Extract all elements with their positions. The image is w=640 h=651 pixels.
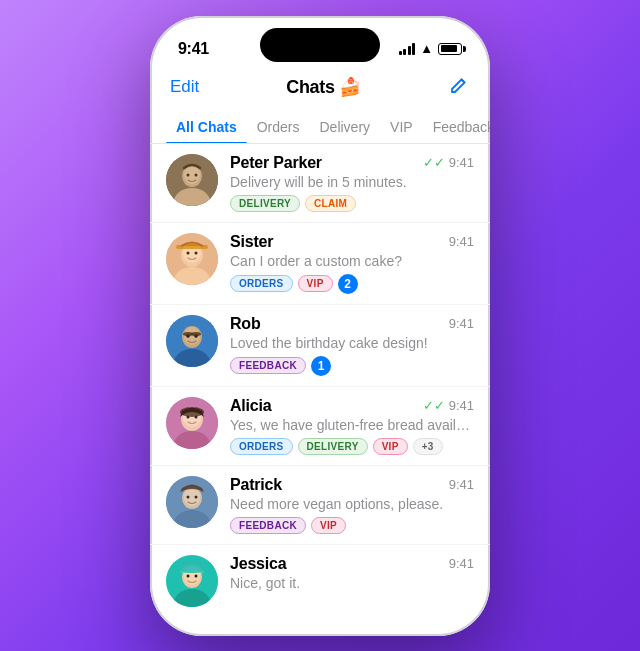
tag: DELIVERY: [230, 195, 300, 212]
chat-name: Rob: [230, 315, 261, 333]
svg-point-42: [179, 561, 205, 573]
chat-name: Jessica: [230, 555, 286, 573]
status-bar: 9:41 ▲: [150, 16, 490, 68]
list-item[interactable]: Patrick 9:41 Need more vegan options, pl…: [150, 466, 490, 545]
chat-time: 9:41: [449, 556, 474, 571]
chat-message: Yes, we have gluten-free bread available…: [230, 417, 474, 433]
chat-message: Loved the birthday cake design!: [230, 335, 474, 351]
status-time: 9:41: [178, 40, 209, 58]
svg-point-41: [195, 574, 198, 577]
header: Edit Chats 🍰: [150, 68, 490, 111]
avatar: [166, 397, 218, 449]
chat-content: Rob 9:41 Loved the birthday cake design!…: [230, 315, 474, 376]
tag: FEEDBACK: [230, 517, 306, 534]
avatar: [166, 233, 218, 285]
chat-time: 9:41: [449, 398, 474, 413]
read-check-icon: ✓✓: [423, 398, 445, 413]
avatar: [166, 315, 218, 367]
edit-button[interactable]: Edit: [170, 77, 199, 97]
chat-time: 9:41: [449, 155, 474, 170]
avatar: [166, 555, 218, 607]
compose-button[interactable]: [448, 74, 470, 101]
tab-vip[interactable]: VIP: [380, 111, 423, 143]
unread-badge: 2: [338, 274, 358, 294]
status-icons: ▲: [399, 41, 462, 56]
tab-orders[interactable]: Orders: [247, 111, 310, 143]
chat-message: Delivery will be in 5 minutes.: [230, 174, 474, 190]
wifi-icon: ▲: [420, 41, 433, 56]
dynamic-island: [260, 28, 380, 62]
tag: ORDERS: [230, 438, 293, 455]
chat-list: Peter Parker ✓✓ 9:41 Delivery will be in…: [150, 144, 490, 612]
tab-all-chats[interactable]: All Chats: [166, 111, 247, 143]
tags-row: FEEDBACK VIP: [230, 517, 474, 534]
tabs-container: All Chats Orders Delivery VIP Feedback: [150, 111, 490, 144]
list-item[interactable]: Alicia ✓✓ 9:41 Yes, we have gluten-free …: [150, 387, 490, 466]
list-item[interactable]: Peter Parker ✓✓ 9:41 Delivery will be in…: [150, 144, 490, 223]
svg-point-35: [195, 495, 198, 498]
tag: ORDERS: [230, 275, 293, 292]
svg-point-11: [195, 251, 198, 254]
svg-point-34: [187, 495, 190, 498]
tag: VIP: [298, 275, 333, 292]
chat-content: Jessica 9:41 Nice, got it.: [230, 555, 474, 596]
battery-icon: [438, 43, 462, 55]
tags-row: ORDERS DELIVERY VIP +3: [230, 438, 474, 455]
chat-content: Peter Parker ✓✓ 9:41 Delivery will be in…: [230, 154, 474, 212]
page-title: Chats 🍰: [286, 76, 361, 98]
avatar: [166, 154, 218, 206]
tag: DELIVERY: [298, 438, 368, 455]
tags-row: ORDERS VIP 2: [230, 274, 474, 294]
list-item[interactable]: Rob 9:41 Loved the birthday cake design!…: [150, 305, 490, 387]
tag: FEEDBACK: [230, 357, 306, 374]
svg-point-40: [187, 574, 190, 577]
read-check-icon: ✓✓: [423, 155, 445, 170]
svg-point-29: [180, 407, 204, 417]
chat-content: Sister 9:41 Can I order a custom cake? O…: [230, 233, 474, 294]
phone-frame: 9:41 ▲ Edit Chats 🍰 All Chats: [150, 16, 490, 636]
chat-content: Patrick 9:41 Need more vegan options, pl…: [230, 476, 474, 534]
avatar: [166, 476, 218, 528]
signal-icon: [399, 43, 416, 55]
tab-feedback[interactable]: Feedback: [423, 111, 490, 143]
svg-point-10: [187, 251, 190, 254]
chat-name: Alicia: [230, 397, 272, 415]
tag: VIP: [373, 438, 408, 455]
chat-message: Need more vegan options, please.: [230, 496, 474, 512]
tag: +3: [413, 438, 443, 455]
tab-delivery[interactable]: Delivery: [309, 111, 380, 143]
chat-time: 9:41: [449, 234, 474, 249]
svg-point-5: [195, 173, 198, 176]
chat-content: Alicia ✓✓ 9:41 Yes, we have gluten-free …: [230, 397, 474, 455]
list-item[interactable]: Jessica 9:41 Nice, got it.: [150, 545, 490, 612]
chat-name: Sister: [230, 233, 273, 251]
svg-point-20: [191, 332, 201, 336]
tags-row: DELIVERY CLAIM: [230, 195, 474, 212]
unread-badge: 1: [311, 356, 331, 376]
chat-message: Nice, got it.: [230, 575, 474, 591]
tags-row: FEEDBACK 1: [230, 356, 474, 376]
chat-time: 9:41: [449, 477, 474, 492]
chat-name: Patrick: [230, 476, 282, 494]
tag: VIP: [311, 517, 346, 534]
chat-time: 9:41: [449, 316, 474, 331]
chat-message: Can I order a custom cake?: [230, 253, 474, 269]
list-item[interactable]: Sister 9:41 Can I order a custom cake? O…: [150, 223, 490, 305]
tag: CLAIM: [305, 195, 356, 212]
svg-point-4: [187, 173, 190, 176]
chat-name: Peter Parker: [230, 154, 322, 172]
